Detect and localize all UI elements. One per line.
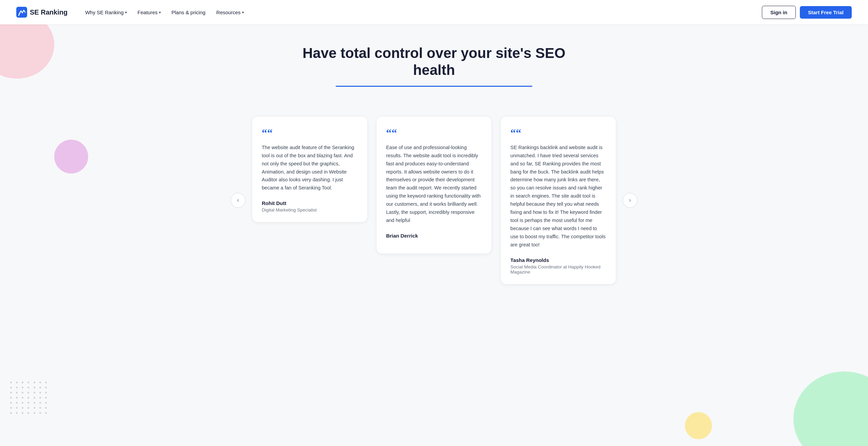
reviewer-name-1: Rohit Dutt — [262, 200, 358, 206]
testimonial-card-1: ““ The website audit feature of the Sera… — [252, 117, 367, 222]
testimonials-carousel: ‹ ““ The website audit feature of the Se… — [197, 117, 671, 284]
reviewer-name-3: Tasha Reynolds — [510, 257, 606, 263]
hero-section: Have total control over your site's SEO … — [0, 24, 868, 117]
quote-icon-2: ““ — [386, 127, 482, 138]
reviewer-info-3: Tasha Reynolds Social Media Coordinator … — [510, 257, 606, 275]
logo-icon — [16, 7, 27, 18]
chevron-left-icon: ‹ — [237, 197, 239, 204]
decorative-blob-purple — [54, 140, 88, 174]
nav-link-resources[interactable]: Resources ▾ — [212, 7, 248, 18]
navbar-left: SE Ranking Why SE Ranking ▾ Features ▾ P… — [16, 7, 248, 18]
testimonial-card-2: ““ Ease of use and professional-looking … — [377, 117, 492, 254]
nav-link-plans-pricing[interactable]: Plans & pricing — [167, 7, 210, 18]
nav-links: Why SE Ranking ▾ Features ▾ Plans & pric… — [81, 7, 248, 18]
chevron-down-icon: ▾ — [159, 11, 161, 14]
testimonial-card-3: ““ SE Rankings backlink and website audi… — [501, 117, 616, 284]
hero-underline — [336, 86, 532, 87]
navbar: SE Ranking Why SE Ranking ▾ Features ▾ P… — [0, 0, 868, 24]
testimonial-text-1: The website audit feature of the Seranki… — [262, 144, 358, 192]
reviewer-title-1: Digital Marketing Specialist — [262, 207, 358, 212]
signin-button[interactable]: Sign in — [762, 6, 796, 19]
decorative-dots-grid — [10, 382, 47, 419]
start-free-trial-button[interactable]: Start Free Trial — [800, 6, 852, 19]
hero-title: Have total control over your site's SEO … — [298, 45, 570, 79]
testimonial-text-2: Ease of use and professional-looking res… — [386, 144, 482, 225]
chevron-right-icon: › — [629, 197, 631, 204]
reviewer-info-2: Brian Derrick — [386, 233, 482, 239]
logo[interactable]: SE Ranking — [16, 7, 67, 18]
reviewer-info-1: Rohit Dutt Digital Marketing Specialist — [262, 200, 358, 212]
nav-link-features[interactable]: Features ▾ — [134, 7, 165, 18]
decorative-blob-green — [793, 371, 868, 446]
reviewer-name-2: Brian Derrick — [386, 233, 482, 239]
quote-icon-3: ““ — [510, 127, 606, 138]
logo-text: SE Ranking — [30, 8, 67, 16]
decorative-blob-yellow — [685, 412, 712, 439]
chevron-down-icon: ▾ — [242, 11, 244, 14]
reviewer-title-3: Social Media Coordinator at Happily Hook… — [510, 264, 606, 275]
quote-icon-1: ““ — [262, 127, 358, 138]
nav-link-why-se-ranking[interactable]: Why SE Ranking ▾ — [81, 7, 131, 18]
carousel-prev-button[interactable]: ‹ — [231, 193, 245, 208]
testimonial-text-3: SE Rankings backlink and website audit i… — [510, 144, 606, 249]
chevron-down-icon: ▾ — [125, 11, 127, 14]
main-content: Have total control over your site's SEO … — [0, 24, 868, 446]
testimonials-row: ““ The website audit feature of the Sera… — [252, 117, 616, 284]
carousel-next-button[interactable]: › — [623, 193, 637, 208]
navbar-right: Sign in Start Free Trial — [762, 6, 852, 19]
